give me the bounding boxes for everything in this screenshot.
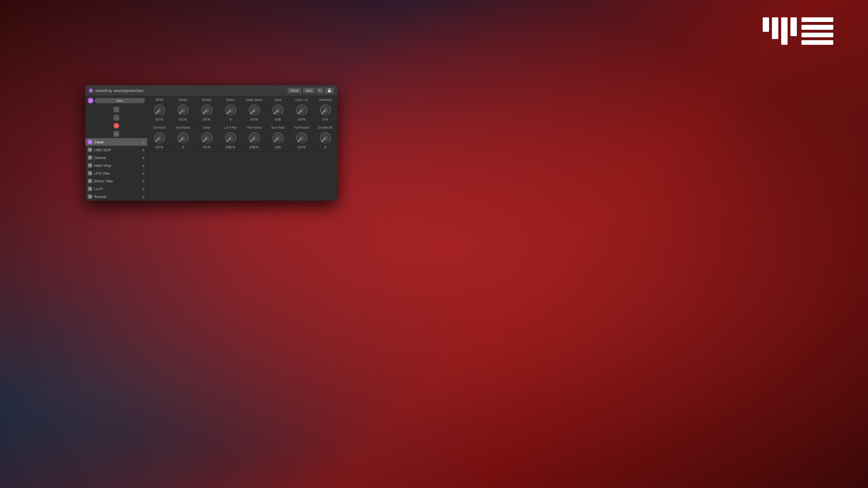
knob-row2-4[interactable] <box>248 131 261 144</box>
knob-label-row2-2: Delay <box>203 126 211 130</box>
preset-name: Little Stuff <box>94 148 141 152</box>
knob-cell-row1-4[interactable]: Delay Space 0.0 % <box>243 96 266 124</box>
knob-cell-row1-1[interactable]: Vibrato 0.0 % <box>171 96 195 124</box>
preset-arrow: ▶ <box>143 156 145 159</box>
preset-name: Ethnic Vibe <box>94 179 141 183</box>
title-bar-left: efxstuff by vesezziproduction <box>89 89 144 93</box>
knob-label-row2-3: L & R Pan <box>224 126 237 130</box>
plugin-window: efxstuff by vesezziproduction Rand Map ↻… <box>85 85 337 201</box>
knob-value-row1-5: 0.00 <box>275 118 281 121</box>
knob-cell-row2-0[interactable]: Old Noise 0.0 % <box>148 124 171 151</box>
logo <box>763 18 833 45</box>
preset-name: Lo-Fi <box>94 187 141 191</box>
preset-list: Clean▶Little Stuff▶Detune▶Hard Vinyl▶LFO… <box>85 138 147 201</box>
preset-name: LFO Vibe <box>94 171 141 175</box>
knob-row1-6[interactable] <box>295 103 308 117</box>
preset-icon <box>88 155 92 160</box>
preset-icon <box>88 171 92 175</box>
preset-name: Hard Vinyl <box>94 163 141 168</box>
knob-label-row2-4: Vibe Rythm <box>247 126 262 130</box>
title-dot <box>89 89 93 93</box>
knob-row1-1[interactable] <box>177 103 190 117</box>
controls-area: WOW 0.0 %Vibrato 0.0 %Reverb 0.0 %Redux … <box>148 96 337 201</box>
knob-cell-row1-5[interactable]: Sand 0.00 <box>266 96 290 124</box>
sidebar-refresh-icon[interactable]: ↻ <box>88 98 93 103</box>
knob-label-row2-7: Dry/Wet All <box>318 126 333 130</box>
knob-value-row2-5: 1/16 <box>275 146 281 149</box>
knob-row2-6[interactable] <box>295 131 308 144</box>
main-content: ↻ New + − ● ☰ Clean▶Little Stuff▶Detune▶… <box>85 96 337 201</box>
knob-cell-row1-6[interactable]: Grain +12 0.0 % <box>290 96 314 124</box>
logo-line-2 <box>802 25 833 30</box>
knob-row2-0[interactable] <box>153 131 166 144</box>
knob-row1-7[interactable] <box>319 103 332 117</box>
preset-icon <box>88 140 92 144</box>
app-title: efxstuff by vesezziproduction <box>95 89 144 93</box>
knob-cell-row2-1[interactable]: Vynil Noise 0 <box>171 124 195 151</box>
knob-row1-5[interactable] <box>271 103 285 117</box>
preset-arrow: ▶ <box>143 195 145 198</box>
preset-icon <box>88 187 92 191</box>
logo-bar-3 <box>781 18 787 45</box>
sidebar: ↻ New + − ● ☰ Clean▶Little Stuff▶Detune▶… <box>85 96 148 201</box>
knob-cell-row2-7[interactable]: Dry/Wet All 0 <box>314 124 337 151</box>
knob-value-row2-3: 0.00 % <box>226 146 235 149</box>
knob-value-row1-0: 0.0 % <box>156 118 163 121</box>
preset-name: Clean <box>94 140 141 144</box>
knob-value-row1-6: 0.0 % <box>298 118 306 121</box>
save-button[interactable]: 💾 <box>325 88 334 93</box>
knob-row1-4[interactable] <box>248 103 261 117</box>
sidebar-side-buttons: + − ● ☰ <box>85 105 147 138</box>
preset-item-ethnic-vibe[interactable]: Ethnic Vibe▶ <box>85 177 147 185</box>
record-icon[interactable]: ● <box>114 123 119 129</box>
preset-item-hard-vinyl[interactable]: Hard Vinyl▶ <box>85 162 147 169</box>
preset-arrow: ▶ <box>143 180 145 183</box>
preset-item-lo-fi[interactable]: Lo-Fi▶ <box>85 185 147 193</box>
knob-value-row1-4: 0.0 % <box>251 118 258 121</box>
knob-cell-row1-3[interactable]: Redux 0 <box>219 96 243 124</box>
new-preset-button[interactable]: New <box>95 98 145 103</box>
sidebar-top: ↻ New <box>85 96 147 105</box>
knob-cell-row1-0[interactable]: WOW 0.0 % <box>148 96 171 124</box>
knob-label-row1-5: Sand <box>275 98 281 102</box>
knob-value-row1-7: 0 % <box>323 118 328 121</box>
knob-row2-1[interactable] <box>177 131 190 144</box>
knob-cell-row2-3[interactable]: L & R Pan 0.00 % <box>219 124 243 151</box>
knob-label-row2-0: Old Noise <box>153 126 166 130</box>
rand-button[interactable]: Rand <box>288 88 301 93</box>
preset-item-clean[interactable]: Clean▶ <box>85 138 147 146</box>
knob-row2-2[interactable] <box>200 131 214 144</box>
knob-cell-row2-5[interactable]: Sync Rate 1/16 <box>266 124 290 151</box>
map-button[interactable]: Map <box>303 88 315 93</box>
add-button[interactable]: + <box>114 107 119 112</box>
preset-item-reverb[interactable]: Reverb▶ <box>85 193 147 201</box>
knob-label-row1-3: Redux <box>226 98 235 102</box>
knob-value-row2-2: 0.0 % <box>203 146 211 149</box>
knob-cell-row2-4[interactable]: Vibe Rythm 0.00 % <box>243 124 266 151</box>
knob-cell-row1-2[interactable]: Reverb 0.0 % <box>195 96 219 124</box>
preset-item-little-stuff[interactable]: Little Stuff▶ <box>85 146 147 154</box>
knob-row2-7[interactable] <box>319 131 332 144</box>
knob-cell-row2-6[interactable]: Full Reverb 0.0 % <box>290 124 314 151</box>
knob-label-row1-4: Delay Space <box>246 98 262 102</box>
knob-cell-row2-2[interactable]: Delay 0.0 % <box>195 124 219 151</box>
logo-bars <box>763 18 797 45</box>
logo-line-3 <box>802 33 833 37</box>
refresh-button[interactable]: ↻ <box>316 88 323 93</box>
remove-button[interactable]: − <box>114 115 119 121</box>
knob-label-row1-0: WOW <box>155 98 163 102</box>
preset-item-detune[interactable]: Detune▶ <box>85 154 147 162</box>
list-button[interactable]: ☰ <box>114 131 119 137</box>
knob-label-row1-2: Reverb <box>202 98 211 102</box>
preset-arrow: ▶ <box>143 164 145 167</box>
knob-row1-3[interactable] <box>224 103 237 117</box>
knob-row1-2[interactable] <box>200 103 214 117</box>
knob-cell-row1-7[interactable]: Overdrive 0 % <box>314 96 337 124</box>
knob-row2-3[interactable] <box>224 131 237 144</box>
preset-name: Reverb <box>94 195 141 199</box>
knob-row1-0[interactable] <box>153 103 166 117</box>
preset-item-lfo-vibe[interactable]: LFO Vibe▶ <box>85 169 147 177</box>
knob-value-row2-0: 0.0 % <box>156 146 163 149</box>
knob-row2-5[interactable] <box>271 131 285 144</box>
title-bar-right: Rand Map ↻ 💾 <box>288 88 334 93</box>
